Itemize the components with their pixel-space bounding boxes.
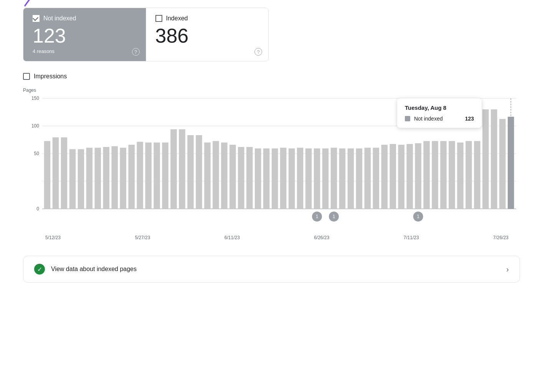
svg-rect-49 xyxy=(365,148,371,209)
svg-rect-56 xyxy=(423,141,429,209)
indexed-pages-link-text: View data about indexed pages xyxy=(51,266,500,273)
svg-rect-31 xyxy=(213,141,219,209)
x-label-1: 5/12/23 xyxy=(45,235,61,240)
svg-rect-17 xyxy=(95,148,101,209)
not-indexed-count: 123 xyxy=(33,25,137,47)
svg-text:1: 1 xyxy=(316,214,319,220)
svg-rect-20 xyxy=(120,148,126,209)
svg-rect-25 xyxy=(162,142,168,209)
svg-rect-51 xyxy=(381,145,388,209)
svg-rect-60 xyxy=(457,142,463,209)
svg-rect-15 xyxy=(78,149,84,209)
chart-wrapper: Tuesday, Aug 8 Not indexed 123 150 100 5… xyxy=(23,94,520,233)
indexed-help-icon[interactable]: ? xyxy=(254,48,262,56)
chevron-right-icon: › xyxy=(506,265,509,274)
not-indexed-checkbox[interactable] xyxy=(33,15,40,22)
svg-rect-43 xyxy=(314,149,320,209)
svg-rect-27 xyxy=(179,129,185,209)
svg-rect-45 xyxy=(331,148,337,209)
svg-rect-30 xyxy=(204,142,210,209)
svg-rect-12 xyxy=(53,137,59,209)
svg-rect-14 xyxy=(69,149,76,209)
svg-rect-34 xyxy=(238,147,244,209)
check-icon: ✓ xyxy=(37,266,42,273)
svg-rect-65 xyxy=(499,119,505,209)
svg-text:150: 150 xyxy=(31,96,39,101)
svg-rect-58 xyxy=(440,141,446,209)
chart-y-axis-label: Pages xyxy=(23,88,520,93)
svg-rect-61 xyxy=(465,141,472,209)
svg-rect-18 xyxy=(103,147,109,209)
svg-rect-32 xyxy=(221,142,227,209)
svg-rect-13 xyxy=(61,137,67,209)
svg-rect-48 xyxy=(356,149,362,209)
svg-rect-52 xyxy=(390,144,396,209)
not-indexed-card[interactable]: Not indexed 123 4 reasons ? xyxy=(23,8,146,61)
svg-rect-40 xyxy=(289,149,295,209)
svg-rect-63 xyxy=(482,109,489,209)
svg-rect-21 xyxy=(128,145,134,209)
svg-rect-44 xyxy=(322,149,328,209)
svg-rect-28 xyxy=(187,135,193,209)
svg-rect-24 xyxy=(153,142,160,209)
svg-rect-54 xyxy=(406,144,413,209)
indexed-label: Indexed xyxy=(166,15,188,22)
tooltip-color-indicator xyxy=(405,116,410,121)
impressions-checkbox[interactable] xyxy=(23,73,30,80)
svg-rect-36 xyxy=(255,149,261,209)
svg-text:1: 1 xyxy=(333,214,335,220)
index-cards-container: Not indexed 123 4 reasons ? Indexed 386 … xyxy=(23,8,269,61)
svg-rect-29 xyxy=(196,135,202,209)
svg-text:50: 50 xyxy=(34,151,40,156)
impressions-label: Impressions xyxy=(34,73,67,80)
svg-rect-19 xyxy=(112,146,118,209)
svg-rect-55 xyxy=(415,143,421,209)
svg-rect-16 xyxy=(86,148,92,209)
svg-rect-38 xyxy=(272,149,278,209)
svg-rect-11 xyxy=(44,141,50,209)
svg-text:0: 0 xyxy=(36,206,39,212)
tooltip-date: Tuesday, Aug 8 xyxy=(405,104,474,111)
tooltip-value: 123 xyxy=(465,116,474,122)
tooltip-row: Not indexed 123 xyxy=(405,116,474,122)
svg-rect-50 xyxy=(373,148,379,209)
svg-rect-26 xyxy=(170,129,177,209)
svg-rect-35 xyxy=(246,147,253,209)
x-label-2: 5/27/23 xyxy=(135,235,150,240)
chart-container: Pages Tuesday, Aug 8 Not indexed 123 xyxy=(23,88,520,240)
chart-tooltip: Tuesday, Aug 8 Not indexed 123 xyxy=(397,98,482,128)
impressions-row: Impressions xyxy=(23,73,520,80)
svg-rect-33 xyxy=(229,145,236,209)
x-label-3: 6/11/23 xyxy=(224,235,240,240)
svg-rect-46 xyxy=(339,149,345,209)
svg-rect-41 xyxy=(297,148,303,209)
indexed-checkbox[interactable] xyxy=(155,15,162,22)
svg-rect-57 xyxy=(432,141,438,209)
svg-rect-39 xyxy=(280,148,286,209)
x-label-4: 6/26/23 xyxy=(314,235,329,240)
not-indexed-label: Not indexed xyxy=(43,15,76,22)
svg-text:1: 1 xyxy=(417,214,419,220)
indexed-pages-icon: ✓ xyxy=(34,264,45,275)
tooltip-label: Not indexed xyxy=(414,116,461,122)
not-indexed-help-icon[interactable]: ? xyxy=(132,48,140,56)
svg-rect-42 xyxy=(305,149,312,209)
svg-rect-53 xyxy=(398,145,404,209)
not-indexed-subtitle: 4 reasons xyxy=(33,48,137,54)
chart-x-axis: 5/12/23 5/27/23 6/11/23 6/26/23 7/11/23 … xyxy=(23,233,520,240)
indexed-count: 386 xyxy=(155,25,259,47)
svg-rect-37 xyxy=(263,149,269,209)
view-indexed-pages-link[interactable]: ✓ View data about indexed pages › xyxy=(23,256,520,283)
svg-rect-22 xyxy=(137,142,143,209)
svg-rect-59 xyxy=(449,141,455,209)
svg-rect-62 xyxy=(474,141,480,209)
indexed-card[interactable]: Indexed 386 ? xyxy=(146,8,269,61)
x-label-5: 7/11/23 xyxy=(404,235,419,240)
svg-rect-23 xyxy=(145,142,151,209)
svg-text:100: 100 xyxy=(31,123,39,129)
x-label-6: 7/26/23 xyxy=(493,235,508,240)
svg-rect-47 xyxy=(348,149,354,209)
svg-rect-64 xyxy=(491,109,497,209)
